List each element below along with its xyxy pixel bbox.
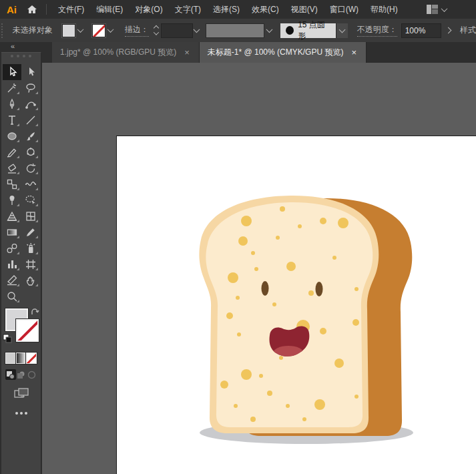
panel-grip[interactable] xyxy=(1,23,6,38)
none-button[interactable] xyxy=(26,352,37,364)
draw-behind-button[interactable] xyxy=(16,369,27,380)
curvature-tool-icon xyxy=(24,97,37,111)
edit-toolbar-button[interactable] xyxy=(13,412,29,415)
screen-mode-button[interactable] xyxy=(13,388,29,400)
stroke-weight-dropdown-icon[interactable] xyxy=(194,26,200,33)
column-graph-tool-icon xyxy=(5,258,19,271)
scale-tool-icon xyxy=(5,178,19,191)
panel-grabber[interactable] xyxy=(11,55,31,63)
crumb-spot xyxy=(226,312,233,319)
lasso-tool[interactable] xyxy=(21,80,40,96)
artboard[interactable] xyxy=(116,136,476,474)
workspace-icon xyxy=(427,5,438,14)
gradient-button[interactable] xyxy=(16,352,27,364)
menu-e[interactable]: 编辑(E) xyxy=(90,0,129,19)
home-icon[interactable] xyxy=(23,3,41,16)
menu-v[interactable]: 视图(V) xyxy=(285,0,324,19)
perspective-grid-tool[interactable] xyxy=(3,208,21,224)
eyedropper-tool[interactable] xyxy=(21,224,40,240)
fill-dropdown-icon[interactable] xyxy=(77,26,83,33)
stroke-color-control[interactable] xyxy=(92,24,113,37)
blend-tool[interactable] xyxy=(3,240,21,256)
fill-color-control[interactable] xyxy=(62,24,83,37)
width-profile-select[interactable] xyxy=(206,23,264,38)
selection-tool[interactable] xyxy=(3,64,21,80)
document-tab-1[interactable]: 1.jpg* @ 100% (RGB/GPU 预览)× xyxy=(52,42,200,63)
stroke-weight-label[interactable]: 描边： xyxy=(125,24,149,37)
color-button[interactable] xyxy=(5,352,16,364)
tool-panel xyxy=(1,52,41,474)
magic-wand-tool[interactable] xyxy=(3,80,21,96)
crumb-spot xyxy=(286,262,296,271)
draw-normal-button[interactable] xyxy=(5,369,16,380)
style-label[interactable]: 样式 xyxy=(460,25,476,36)
gradient-tool[interactable] xyxy=(3,224,21,240)
scale-tool[interactable] xyxy=(3,176,21,192)
menu-s[interactable]: 选择(S) xyxy=(207,0,246,19)
draw-inside-button[interactable] xyxy=(26,369,37,380)
swap-fill-stroke-icon[interactable] xyxy=(31,308,39,318)
curvature-tool[interactable] xyxy=(21,96,40,112)
tab-close-icon[interactable]: × xyxy=(350,47,358,57)
pen-tool[interactable] xyxy=(3,96,21,112)
fill-color-swatch[interactable] xyxy=(62,24,75,37)
rotate-tool[interactable] xyxy=(21,160,40,176)
rotate-tool-icon xyxy=(24,162,37,175)
chevron-down-icon xyxy=(441,5,448,12)
slice-tool[interactable] xyxy=(3,272,21,288)
paintbrush-tool-icon xyxy=(24,130,37,143)
type-tool[interactable] xyxy=(3,112,21,128)
hand-tool-icon xyxy=(24,274,37,287)
eraser-tool[interactable] xyxy=(3,160,21,176)
line-segment-tool-icon xyxy=(24,113,37,127)
opacity-expander-button[interactable] xyxy=(443,24,453,37)
width-tool[interactable] xyxy=(21,176,40,192)
workspace-switcher[interactable] xyxy=(427,5,447,14)
crumb-spot xyxy=(236,296,240,300)
menu-o[interactable]: 对象(O) xyxy=(129,0,168,19)
menu-h[interactable]: 帮助(H) xyxy=(365,0,404,19)
collapse-panel-button[interactable]: « xyxy=(0,42,42,51)
menu-c[interactable]: 效果(C) xyxy=(246,0,285,19)
stroke-none-swatch[interactable] xyxy=(92,24,105,37)
shaper-tool[interactable] xyxy=(3,144,21,160)
paintbrush-tool[interactable] xyxy=(21,128,40,144)
gradient-tool-icon xyxy=(5,226,19,239)
opacity-input[interactable]: 100% xyxy=(401,23,441,38)
stepper-down-icon[interactable] xyxy=(153,29,158,35)
artboard-tool[interactable] xyxy=(21,256,40,272)
stroke-proxy-swatch[interactable] xyxy=(16,319,39,342)
zoom-tool[interactable] xyxy=(3,288,21,304)
stroke-weight-select[interactable] xyxy=(161,23,194,38)
opacity-label[interactable]: 不透明度： xyxy=(357,24,397,37)
puppet-warp-tool[interactable] xyxy=(3,192,21,208)
mesh-tool[interactable] xyxy=(21,208,40,224)
menu-w[interactable]: 窗口(W) xyxy=(324,0,365,19)
crumb-spot xyxy=(237,332,241,336)
crumb-spot xyxy=(238,236,248,246)
magic-wand-tool-icon xyxy=(5,81,19,95)
stroke-dropdown-icon[interactable] xyxy=(107,26,113,33)
direct-selection-tool-icon xyxy=(24,65,37,79)
canvas-pasteboard[interactable] xyxy=(42,63,476,474)
stroke-weight-stepper[interactable] xyxy=(154,26,158,35)
document-tab-2[interactable]: 未标题-1* @ 100% (CMYK/GPU 预览)× xyxy=(200,42,367,63)
tab-close-icon[interactable]: × xyxy=(183,47,191,57)
width-profile-dropdown-icon[interactable] xyxy=(266,26,272,33)
hand-tool[interactable] xyxy=(21,272,40,288)
illustrator-window: { "app": { "logo": "Ai", "logo_color": "… xyxy=(0,0,476,474)
brush-definition-select[interactable]: 15 点圆形 xyxy=(280,23,336,38)
menu-f[interactable]: 文件(F) xyxy=(52,0,90,19)
brush-dropdown-button[interactable] xyxy=(336,23,348,38)
default-fill-stroke-icon[interactable] xyxy=(3,334,12,345)
menu-t[interactable]: 文字(T) xyxy=(169,0,207,19)
direct-selection-tool[interactable] xyxy=(21,64,40,80)
line-segment-tool[interactable] xyxy=(21,112,40,128)
tab-label: 未标题-1* @ 100% (CMYK/GPU 预览) xyxy=(208,47,344,58)
ellipse-tool[interactable] xyxy=(3,128,21,144)
reshape-tool[interactable] xyxy=(21,144,40,160)
symbol-sprayer-tool[interactable] xyxy=(21,240,40,256)
left-panel-column: « xyxy=(0,42,42,474)
free-transform-tool[interactable] xyxy=(21,192,40,208)
column-graph-tool[interactable] xyxy=(3,256,21,272)
